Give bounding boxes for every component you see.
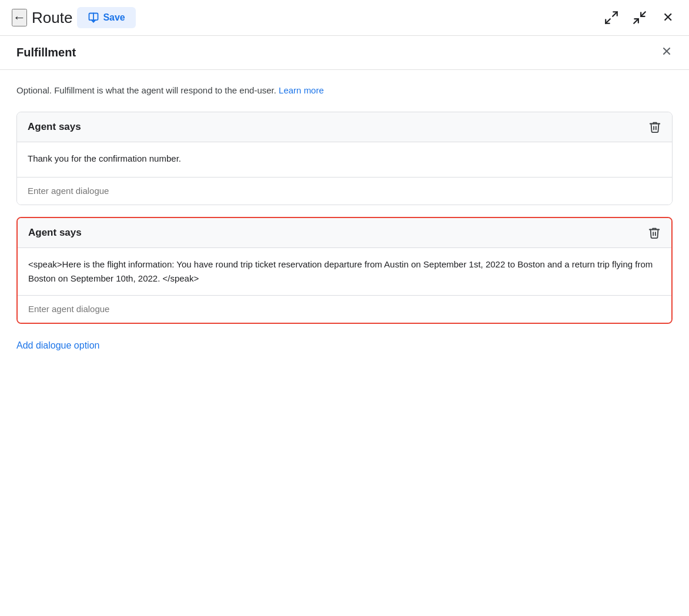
agent-card-2-input-area [18,296,671,323]
save-button[interactable]: Save [77,7,135,28]
agent-card-1-header: Agent says [17,112,672,142]
svg-line-3 [606,19,610,24]
agent-says-label-1: Agent says [28,121,81,133]
agent-card-2: Agent says <speak>Here is the flight inf… [16,217,673,324]
delete-card-1-button[interactable] [648,120,661,133]
fulfillment-close-button[interactable] [661,45,673,60]
back-button[interactable]: ← [12,9,27,26]
main-content: Optional. Fulfillment is what the agent … [0,70,689,370]
header-left: ← Route Save [12,7,595,28]
agent-card-2-content: <speak>Here is the flight information: Y… [18,248,671,296]
fulfillment-title: Fulfillment [16,46,76,59]
add-dialogue-label: Add dialogue option [16,340,99,351]
svg-line-2 [613,12,617,16]
header-right: ✕ [602,8,677,27]
delete-card-2-button[interactable] [648,226,661,239]
fulfillment-header: Fulfillment [0,36,689,70]
svg-line-4 [634,19,638,24]
expand-button[interactable] [602,8,621,27]
agent-card-1-text: Thank you for the confirmation number. [28,153,181,163]
save-icon [88,12,99,24]
agent-says-label-2: Agent says [28,227,82,239]
trash-icon-2 [648,226,661,239]
agent-card-1: Agent says Thank you for the confirmatio… [16,112,673,205]
agent-card-2-input[interactable] [28,304,661,314]
close-header-button[interactable]: ✕ [658,8,677,27]
expand-icon [604,10,619,25]
agent-card-1-input-area [17,178,672,205]
collapse-icon [632,10,647,25]
page-title: Route [32,9,72,27]
header: ← Route Save [0,0,689,36]
back-arrow-icon: ← [13,10,26,25]
fulfillment-close-icon [661,45,673,57]
close-header-icon: ✕ [663,10,673,25]
learn-more-link[interactable]: Learn more [279,85,324,95]
agent-card-1-input[interactable] [28,186,661,196]
trash-icon-1 [648,120,661,133]
agent-card-2-header: Agent says [18,218,671,248]
agent-card-2-text: <speak>Here is the flight information: Y… [28,259,653,283]
svg-line-5 [641,12,645,16]
description-text: Optional. Fulfillment is what the agent … [16,85,276,95]
save-label: Save [103,12,125,23]
agent-card-1-content: Thank you for the confirmation number. [17,142,672,178]
add-dialogue-button[interactable]: Add dialogue option [16,336,99,356]
collapse-button[interactable] [630,8,649,27]
fulfillment-description: Optional. Fulfillment is what the agent … [16,84,673,98]
